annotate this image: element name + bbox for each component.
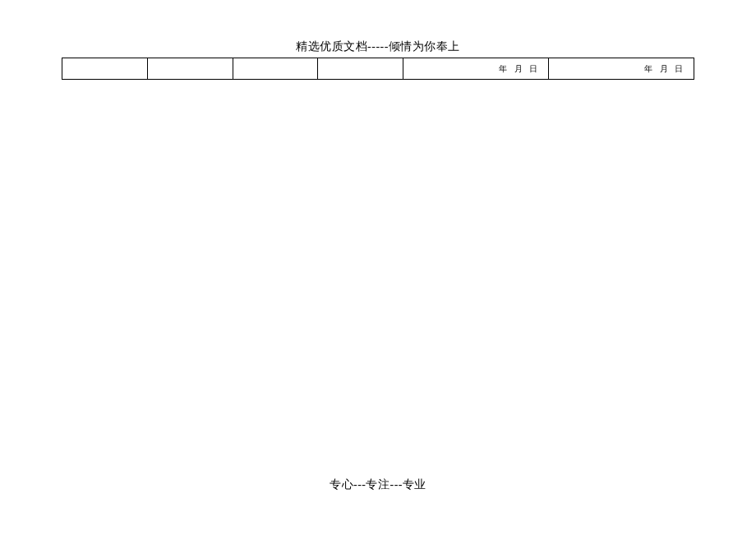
table-cell-date-2: 年 月 日: [549, 58, 694, 80]
page-footer: 专心---专注---专业: [0, 477, 756, 492]
data-table: 年 月 日 年 月 日: [62, 58, 694, 80]
table-cell-4: [318, 58, 403, 80]
page-header: 精选优质文档-----倾情为你奉上: [0, 0, 756, 54]
table-cell-2: [147, 58, 233, 80]
table-container: 年 月 日 年 月 日: [62, 58, 694, 80]
table-cell-date-1: 年 月 日: [403, 58, 549, 80]
table-cell-3: [233, 58, 318, 80]
table-cell-1: [62, 58, 148, 80]
table-row: 年 月 日 年 月 日: [62, 58, 694, 80]
